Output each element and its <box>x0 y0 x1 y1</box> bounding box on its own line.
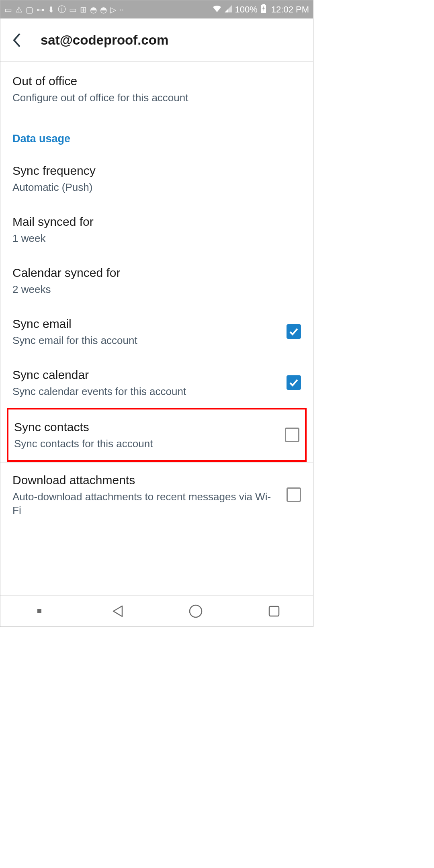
svg-point-3 <box>190 605 202 617</box>
list-footer-strip <box>0 527 313 541</box>
square-overview-icon <box>268 605 280 618</box>
row-subtitle: Sync email for this account <box>12 334 278 347</box>
calendar-icon: ▭ <box>4 5 12 14</box>
nav-recent-small[interactable] <box>31 602 48 620</box>
nav-home-button[interactable] <box>187 602 205 620</box>
settings-list: Out of office Configure out of office fo… <box>0 62 313 541</box>
info-icon: ⓘ <box>58 4 66 15</box>
row-title: Sync frequency <box>12 163 301 179</box>
row-subtitle: Configure out of office for this account <box>12 91 301 104</box>
circle-home-icon <box>188 604 203 618</box>
back-button[interactable] <box>8 32 25 48</box>
debug-icon: ⊞ <box>80 5 87 14</box>
svg-rect-1 <box>262 4 265 5</box>
shield-icon: ◓ <box>90 5 97 14</box>
row-title: Sync contacts <box>14 419 277 435</box>
row-sync-contacts[interactable]: Sync contacts Sync contacts for this acc… <box>8 409 305 460</box>
highlighted-row-sync-contacts: Sync contacts Sync contacts for this acc… <box>7 408 307 462</box>
row-subtitle: Sync calendar events for this account <box>12 385 278 398</box>
voicemail-icon: ▭ <box>69 5 77 14</box>
triangle-back-icon <box>111 604 125 618</box>
square-small-icon <box>37 609 41 613</box>
row-title: Sync email <box>12 316 278 332</box>
more-icon: ·· <box>119 5 124 14</box>
checkbox-download-attachments[interactable] <box>287 487 301 502</box>
warning-icon: ⚠ <box>15 5 23 14</box>
row-title: Calendar synced for <box>12 265 301 281</box>
row-title: Mail synced for <box>12 214 301 230</box>
battery-percent: 100% <box>235 4 258 15</box>
svg-rect-4 <box>269 606 279 616</box>
row-title: Sync calendar <box>12 367 278 383</box>
row-sync-frequency[interactable]: Sync frequency Automatic (Push) <box>0 153 313 204</box>
row-subtitle: 2 weeks <box>12 283 301 296</box>
row-sync-email[interactable]: Sync email Sync email for this account <box>0 306 313 357</box>
nav-back-button[interactable] <box>109 602 127 620</box>
row-title: Download attachments <box>12 472 278 488</box>
cell-signal-icon <box>225 4 232 15</box>
status-bar: ▭ ⚠ ▢ ⊶ ⬇ ⓘ ▭ ⊞ ◓ ◓ ▷ ·· 100% 12:02 PM <box>0 0 313 18</box>
row-subtitle: 1 week <box>12 231 301 245</box>
row-title: Out of office <box>12 73 301 89</box>
play-icon: ▷ <box>110 5 116 14</box>
section-header-data-usage: Data usage <box>0 121 313 153</box>
usb-icon: ⊶ <box>37 5 45 14</box>
system-nav-bar <box>0 595 313 626</box>
row-sync-calendar[interactable]: Sync calendar Sync calendar events for t… <box>0 357 313 408</box>
checkbox-sync-calendar[interactable] <box>287 375 301 390</box>
check-icon <box>289 326 299 337</box>
status-bar-right: 100% 12:02 PM <box>213 4 309 15</box>
app-header: sat@codeproof.com <box>0 18 313 62</box>
row-out-of-office[interactable]: Out of office Configure out of office fo… <box>0 62 313 121</box>
row-subtitle: Automatic (Push) <box>12 180 301 194</box>
chevron-left-icon <box>12 32 21 48</box>
nav-overview-button[interactable] <box>265 602 283 620</box>
clock-text: 12:02 PM <box>271 4 309 15</box>
check-icon <box>289 377 299 388</box>
row-subtitle: Sync contacts for this account <box>14 437 277 450</box>
row-download-attachments[interactable]: Download attachments Auto-download attac… <box>0 462 313 527</box>
status-bar-left-icons: ▭ ⚠ ▢ ⊶ ⬇ ⓘ ▭ ⊞ ◓ ◓ ▷ ·· <box>4 4 124 15</box>
download-icon: ⬇ <box>48 5 55 14</box>
svg-marker-2 <box>113 606 122 616</box>
battery-icon <box>261 4 266 15</box>
checkbox-sync-contacts[interactable] <box>285 428 299 442</box>
wifi-icon <box>213 4 221 15</box>
checkbox-sync-email[interactable] <box>287 324 301 339</box>
shield-icon-2: ◓ <box>100 5 107 14</box>
page-title: sat@codeproof.com <box>41 33 168 48</box>
date-icon: ▢ <box>26 5 33 14</box>
row-calendar-synced[interactable]: Calendar synced for 2 weeks <box>0 255 313 306</box>
row-subtitle: Auto-download attachments to recent mess… <box>12 490 278 517</box>
row-mail-synced[interactable]: Mail synced for 1 week <box>0 204 313 255</box>
